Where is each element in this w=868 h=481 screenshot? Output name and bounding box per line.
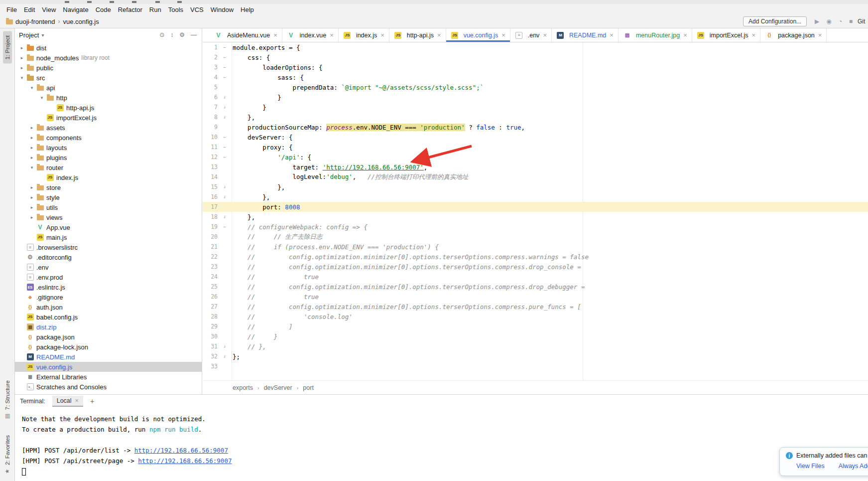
chevron-icon[interactable]: ▾ bbox=[38, 95, 46, 100]
chevron-icon[interactable]: ▸ bbox=[28, 185, 36, 190]
code-line[interactable]: 16¬ }, bbox=[203, 192, 868, 202]
code-line[interactable]: 4− sass: { bbox=[203, 72, 868, 82]
chevron-icon[interactable]: ▸ bbox=[28, 145, 36, 150]
locate-icon[interactable]: ⊙ bbox=[159, 31, 164, 38]
tree-item-router[interactable]: ▾router bbox=[15, 162, 202, 172]
tree-item-importexcel-js[interactable]: JSimportExcel.js bbox=[15, 113, 202, 123]
tab-env[interactable]: ≡.env× bbox=[510, 28, 552, 42]
chevron-icon[interactable]: ▸ bbox=[18, 55, 26, 60]
chevron-icon[interactable]: ▸ bbox=[28, 195, 36, 200]
menu-item-run[interactable]: Run bbox=[146, 5, 165, 14]
tree-item-env-prod[interactable]: ≡.env.prod bbox=[15, 272, 202, 282]
code-line[interactable]: 5 prependData: `@import "~@/assets/scss/… bbox=[203, 82, 868, 92]
tree-item-auth-json[interactable]: {}auth.json bbox=[15, 302, 202, 312]
chevron-icon[interactable]: ▾ bbox=[18, 75, 26, 80]
tree-item-main-js[interactable]: JSmain.js bbox=[15, 232, 202, 242]
code-line[interactable]: 27 // config.optimization.minimizer[0].o… bbox=[203, 302, 868, 312]
code-line[interactable]: 14 logLevel:'debug', //控制台终端打印代理前的真实地址 bbox=[203, 172, 868, 182]
view-files-link[interactable]: View Files bbox=[796, 463, 825, 470]
close-icon[interactable]: × bbox=[501, 31, 505, 39]
fold-marker-icon[interactable]: ¬ bbox=[221, 194, 229, 199]
code-line[interactable]: 11− proxy: { bbox=[203, 142, 868, 152]
fold-marker-icon[interactable]: − bbox=[221, 135, 229, 140]
tree-item-layouts[interactable]: ▸layouts bbox=[15, 143, 202, 153]
menu-item-vcs[interactable]: VCS bbox=[187, 5, 207, 14]
close-icon[interactable]: × bbox=[610, 31, 614, 39]
code-line[interactable]: 24 // true bbox=[203, 272, 868, 282]
fold-marker-icon[interactable]: − bbox=[221, 75, 229, 80]
chevron-icon[interactable]: ▸ bbox=[28, 135, 36, 140]
debug-icon[interactable]: ◉ bbox=[826, 18, 831, 25]
fold-marker-icon[interactable]: − bbox=[221, 155, 229, 160]
tree-item-package-json[interactable]: {}package.json bbox=[15, 332, 202, 342]
fold-marker-icon[interactable]: ¬ bbox=[221, 115, 229, 120]
tree-item-store[interactable]: ▸store bbox=[15, 182, 202, 192]
code-line[interactable]: 18¬ }, bbox=[203, 212, 868, 222]
tree-item-dist-zip[interactable]: ▤dist.zip bbox=[15, 322, 202, 332]
menu-item-view[interactable]: View bbox=[38, 5, 59, 14]
tree-item-components[interactable]: ▸components bbox=[15, 133, 202, 143]
breadcrumb-project[interactable]: duoji-frontend bbox=[15, 18, 55, 25]
code-line[interactable]: 1−module.exports = { bbox=[203, 42, 868, 52]
tree-item-babel-config-js[interactable]: JSbabel.config.js bbox=[15, 312, 202, 322]
chevron-icon[interactable]: ▸ bbox=[28, 125, 36, 130]
code-line[interactable]: 30 // } bbox=[203, 331, 868, 341]
code-line[interactable]: 32¬}; bbox=[203, 351, 868, 361]
terminal-link[interactable]: http://192.168.66.56:9007 bbox=[138, 457, 232, 465]
terminal-link[interactable]: http://192.168.66.56:9007 bbox=[134, 447, 228, 454]
tree-item-vue-config-js[interactable]: JSvue.config.js bbox=[15, 362, 202, 372]
tree-item-dist[interactable]: ▸dist bbox=[15, 43, 202, 53]
tree-item-node-modules[interactable]: ▸node_moduleslibrary root bbox=[15, 53, 202, 63]
chevron-icon[interactable]: ▸ bbox=[28, 215, 36, 220]
code-editor[interactable]: 1−module.exports = {2− css: {3− loaderOp… bbox=[203, 42, 868, 380]
close-icon[interactable]: × bbox=[330, 31, 334, 39]
code-line[interactable]: 15¬ }, bbox=[203, 182, 868, 192]
code-line[interactable]: 8¬ }, bbox=[203, 112, 868, 122]
tree-item-package-lock-json[interactable]: {}package-lock.json bbox=[15, 342, 202, 352]
tree-item-public[interactable]: ▸public bbox=[15, 63, 202, 73]
code-line[interactable]: 22 // config.optimization.minimizer[0].o… bbox=[203, 252, 868, 262]
tab-readme-md[interactable]: MREADME.md× bbox=[552, 28, 619, 42]
menu-item-refactor[interactable]: Refactor bbox=[115, 5, 146, 14]
tree-item-readme-md[interactable]: MREADME.md bbox=[15, 352, 202, 362]
tree-item-index-js[interactable]: JSindex.js bbox=[15, 172, 202, 182]
tab-importexcel-js[interactable]: JSimportExcel.js× bbox=[692, 28, 760, 42]
code-line[interactable]: 6¬ } bbox=[203, 92, 868, 102]
fold-marker-icon[interactable]: ¬ bbox=[221, 354, 229, 359]
breadcrumb-exports[interactable]: exports bbox=[233, 384, 253, 391]
chevron-icon[interactable]: ▸ bbox=[28, 205, 36, 210]
fold-marker-icon[interactable]: − bbox=[221, 224, 229, 229]
run-icon[interactable]: ▶ bbox=[815, 18, 819, 25]
menu-item-help[interactable]: Help bbox=[237, 5, 257, 14]
fold-marker-icon[interactable]: ¬ bbox=[221, 105, 229, 110]
close-icon[interactable]: × bbox=[683, 31, 687, 39]
panel-title[interactable]: Project bbox=[19, 31, 39, 39]
close-icon[interactable]: × bbox=[380, 31, 384, 39]
tree-item-editorconfig[interactable]: ⚙.editorconfig bbox=[15, 252, 202, 262]
close-icon[interactable]: × bbox=[818, 31, 822, 39]
tree-item-api[interactable]: ▾api bbox=[15, 83, 202, 93]
code-line[interactable]: 20 // // 生产去除日志 bbox=[203, 232, 868, 242]
code-line[interactable]: 23 // config.optimization.minimizer[0].o… bbox=[203, 262, 868, 272]
tab-index-vue[interactable]: Vindex.vue× bbox=[282, 28, 339, 42]
tab-package-json[interactable]: {}package.json× bbox=[760, 28, 827, 42]
chevron-down-icon[interactable]: ▾ bbox=[41, 32, 44, 38]
fold-marker-icon[interactable]: ¬ bbox=[221, 184, 229, 189]
code-line[interactable]: 29 // ] bbox=[203, 321, 868, 331]
tree-item-eslintrc-js[interactable]: ES.eslintrc.js bbox=[15, 282, 202, 292]
close-icon[interactable]: × bbox=[273, 31, 277, 39]
fold-marker-icon[interactable]: ¬ bbox=[221, 214, 229, 219]
menu-item-window[interactable]: Window bbox=[207, 5, 237, 14]
chevron-icon[interactable]: ▸ bbox=[18, 45, 26, 50]
tree-item-gitignore[interactable]: ◆.gitignore bbox=[15, 292, 202, 302]
breadcrumb-file[interactable]: vue.config.js bbox=[63, 18, 99, 25]
code-line[interactable]: 3− loaderOptions: { bbox=[203, 62, 868, 72]
code-line[interactable]: 17 port: 8008 bbox=[203, 202, 868, 212]
menu-item-file[interactable]: File bbox=[3, 5, 20, 14]
close-icon[interactable]: × bbox=[75, 397, 79, 404]
code-line[interactable]: 26 // true bbox=[203, 292, 868, 302]
tree-item-plugins[interactable]: ▸plugins bbox=[15, 153, 202, 162]
fold-marker-icon[interactable]: ¬ bbox=[221, 95, 229, 100]
fold-marker-icon[interactable]: − bbox=[221, 145, 229, 150]
tree-item-assets[interactable]: ▸assets bbox=[15, 123, 202, 133]
